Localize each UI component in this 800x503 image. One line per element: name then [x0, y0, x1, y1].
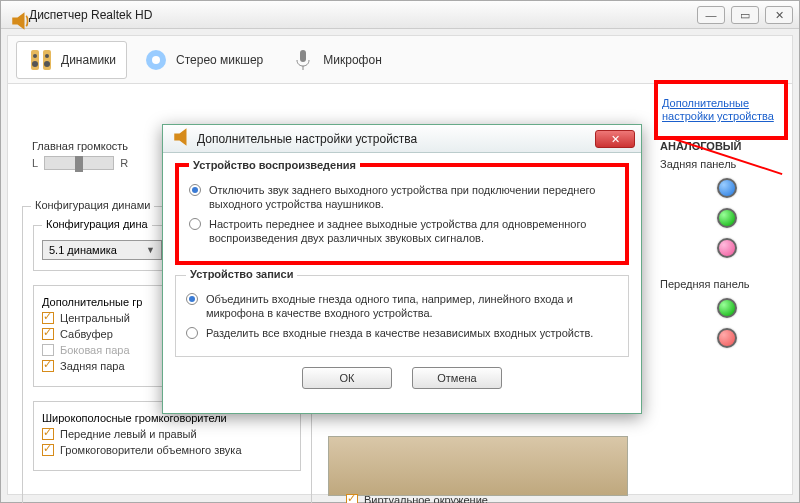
svg-point-4: [32, 61, 38, 67]
speaker-config-dropdown[interactable]: 5.1 динамика ▼: [42, 240, 162, 260]
speakers-icon: [27, 46, 55, 74]
advanced-settings-link[interactable]: Дополнительные настройки устройства: [662, 97, 780, 123]
balance-left-label: L: [32, 157, 38, 169]
rear-jacks: [660, 178, 784, 258]
speaker-config-value: 5.1 динамика: [49, 244, 117, 256]
maximize-button[interactable]: ▭: [731, 6, 759, 24]
jack-line-in[interactable]: [717, 178, 737, 198]
tabs: Динамики Стерео микшер Микрофон: [8, 36, 792, 84]
label-center: Центральный: [60, 312, 130, 324]
checkbox-virtual-surround[interactable]: [346, 494, 358, 503]
balance-right-label: R: [120, 157, 128, 169]
label-subwoofer: Сабвуфер: [60, 328, 113, 340]
cancel-button[interactable]: Отмена: [412, 367, 502, 389]
playback-legend: Устройство воспроизведения: [189, 159, 360, 171]
dialog-body: Устройство воспроизведения Отключить зву…: [163, 153, 641, 399]
label-virtual-surround: Виртуальное окружение: [364, 494, 488, 503]
label-side-pair: Боковая пара: [60, 344, 130, 356]
tab-speakers[interactable]: Динамики: [16, 41, 127, 79]
dialog-title: Дополнительные настройки устройства: [197, 132, 595, 146]
connector-panel: АНАЛОГОВЫЙ Задняя панель Передняя панель: [660, 140, 784, 348]
checkbox-rear-pair[interactable]: [42, 360, 54, 372]
speaker-config-inner-legend: Конфигурация дина: [42, 218, 152, 230]
svg-point-2: [33, 54, 37, 58]
speaker-layout-image: [328, 436, 628, 496]
speaker-config-legend: Конфигурация динами: [31, 199, 154, 211]
radio-playback-two-streams[interactable]: [189, 218, 201, 230]
balance-slider[interactable]: [44, 156, 114, 170]
speaker-icon: [7, 7, 23, 23]
ok-button[interactable]: ОК: [302, 367, 392, 389]
dialog-close-button[interactable]: ✕: [595, 130, 635, 148]
radio-record-separate-label: Разделить все входные гнезда в качестве …: [206, 326, 593, 340]
speaker-icon: [169, 123, 197, 155]
radio-playback-two-streams-label: Настроить переднее и заднее выходные уст…: [209, 217, 615, 245]
jack-mic[interactable]: [717, 238, 737, 258]
tab-speakers-label: Динамики: [61, 53, 116, 67]
tab-stereo-mix[interactable]: Стерео микшер: [131, 41, 274, 79]
advanced-settings-dialog: Дополнительные настройки устройства ✕ Ус…: [162, 124, 642, 414]
titlebar: Диспетчер Realtek HD — ▭ ✕: [1, 1, 799, 29]
checkbox-center[interactable]: [42, 312, 54, 324]
label-surround: Громкоговорители объемного звука: [60, 444, 242, 456]
radio-playback-mute-rear[interactable]: [189, 184, 201, 196]
radio-playback-mute-rear-label: Отключить звук заднего выходного устройс…: [209, 183, 615, 211]
stereo-mix-icon: [142, 46, 170, 74]
tab-microphone-label: Микрофон: [323, 53, 381, 67]
main-volume-group: Главная громкость L R: [32, 140, 128, 170]
svg-rect-8: [300, 50, 306, 62]
jack-line-out[interactable]: [717, 208, 737, 228]
main-volume-label: Главная громкость: [32, 140, 128, 152]
checkbox-front-lr[interactable]: [42, 428, 54, 440]
tab-microphone[interactable]: Микрофон: [278, 41, 392, 79]
svg-point-5: [44, 61, 50, 67]
svg-point-7: [152, 56, 160, 64]
label-rear-pair: Задняя пара: [60, 360, 125, 372]
svg-point-3: [45, 54, 49, 58]
microphone-icon: [289, 46, 317, 74]
close-button[interactable]: ✕: [765, 6, 793, 24]
dialog-buttons: ОК Отмена: [175, 367, 629, 389]
dialog-titlebar: Дополнительные настройки устройства ✕: [163, 125, 641, 153]
radio-record-tie-label: Объединить входные гнезда одного типа, н…: [206, 292, 618, 320]
checkbox-surround[interactable]: [42, 444, 54, 456]
advanced-link-highlight: Дополнительные настройки устройства: [654, 80, 788, 140]
extra-options: Виртуальное окружение Поменять местами ц…: [346, 490, 625, 503]
radio-record-tie[interactable]: [186, 293, 198, 305]
front-panel-label: Передняя панель: [660, 278, 784, 290]
chevron-down-icon: ▼: [146, 245, 155, 255]
recording-legend: Устройство записи: [186, 268, 297, 280]
recording-device-group: Устройство записи Объединить входные гне…: [175, 275, 629, 357]
checkbox-side-pair: [42, 344, 54, 356]
checkbox-subwoofer[interactable]: [42, 328, 54, 340]
jack-front-mic[interactable]: [717, 328, 737, 348]
playback-device-group: Устройство воспроизведения Отключить зву…: [175, 163, 629, 265]
window-title: Диспетчер Realtek HD: [29, 8, 697, 22]
radio-record-separate[interactable]: [186, 327, 198, 339]
front-jacks: [660, 298, 784, 348]
tab-stereo-mix-label: Стерео микшер: [176, 53, 263, 67]
window-buttons: — ▭ ✕: [697, 6, 793, 24]
minimize-button[interactable]: —: [697, 6, 725, 24]
jack-front-out[interactable]: [717, 298, 737, 318]
label-front-lr: Передние левый и правый: [60, 428, 197, 440]
